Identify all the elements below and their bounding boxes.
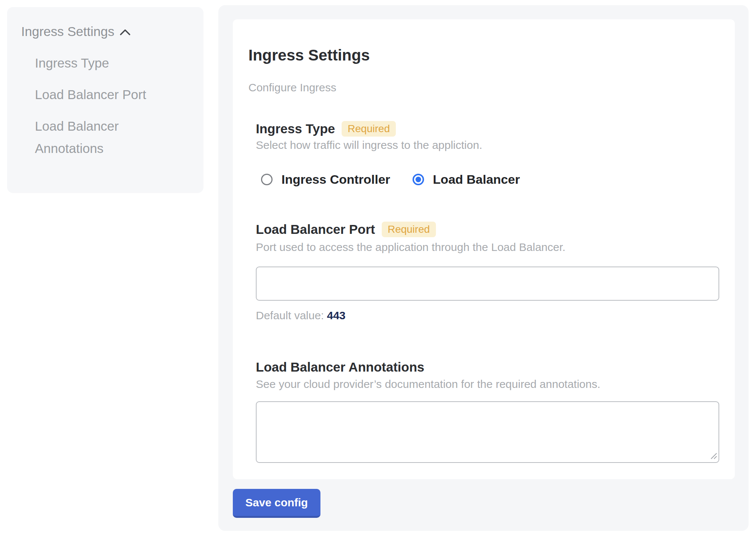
load-balancer-annotations-textarea[interactable] xyxy=(256,401,719,463)
load-balancer-annotations-heading: Load Balancer Annotations xyxy=(256,359,424,375)
section-load-balancer-port: Load Balancer Port Required Port used to… xyxy=(256,221,719,322)
section-load-balancer-annotations: Load Balancer Annotations See your cloud… xyxy=(256,359,719,463)
sidebar-list: Ingress Type Load Balancer Port Load Bal… xyxy=(35,52,169,160)
page: Ingress Settings Ingress Type Load Balan… xyxy=(0,0,756,539)
main-panel: Ingress Settings Configure Ingress Ingre… xyxy=(218,5,749,531)
default-value-row: Default value:443 xyxy=(256,309,719,322)
radio-label-ingress-controller: Ingress Controller xyxy=(281,172,390,187)
load-balancer-port-heading-row: Load Balancer Port Required xyxy=(256,221,719,238)
radio-option-ingress-controller[interactable]: Ingress Controller xyxy=(261,172,390,187)
section-ingress-type: Ingress Type Required Select how traffic… xyxy=(256,121,719,187)
page-subtitle: Configure Ingress xyxy=(248,81,719,94)
required-badge: Required xyxy=(382,222,436,237)
default-value-label: Default value: xyxy=(256,309,324,321)
load-balancer-port-heading: Load Balancer Port xyxy=(256,221,375,238)
load-balancer-port-input[interactable] xyxy=(256,267,719,301)
annotations-textarea-wrap xyxy=(256,401,719,463)
sidebar-section-header-ingress-settings[interactable]: Ingress Settings xyxy=(21,23,203,40)
load-balancer-annotations-description: See your cloud provider’s documentation … xyxy=(256,378,719,391)
required-badge: Required xyxy=(342,121,396,137)
sidebar: Ingress Settings Ingress Type Load Balan… xyxy=(7,7,203,193)
chevron-up-icon xyxy=(120,27,131,36)
radio-unchecked-icon[interactable] xyxy=(261,174,273,185)
radio-label-load-balancer: Load Balancer xyxy=(433,172,520,187)
load-balancer-port-description: Port used to access the application thro… xyxy=(256,241,719,254)
radio-option-load-balancer[interactable]: Load Balancer xyxy=(413,172,520,187)
ingress-type-radio-group: Ingress Controller Load Balancer xyxy=(261,172,719,187)
sidebar-header-label: Ingress Settings xyxy=(21,23,114,40)
ingress-settings-card: Ingress Settings Configure Ingress Ingre… xyxy=(233,19,735,479)
radio-checked-icon[interactable] xyxy=(413,174,424,185)
default-value: 443 xyxy=(327,309,345,321)
ingress-type-heading-row: Ingress Type Required xyxy=(256,121,719,137)
ingress-type-heading: Ingress Type xyxy=(256,121,335,137)
ingress-type-description: Select how traffic will ingress to the a… xyxy=(256,138,719,152)
load-balancer-annotations-heading-row: Load Balancer Annotations xyxy=(256,359,719,375)
page-title: Ingress Settings xyxy=(248,46,719,65)
sidebar-item-load-balancer-annotations[interactable]: Load Balancer Annotations xyxy=(35,115,169,160)
sidebar-item-load-balancer-port[interactable]: Load Balancer Port xyxy=(35,84,169,106)
sidebar-item-ingress-type[interactable]: Ingress Type xyxy=(35,52,169,74)
save-config-button[interactable]: Save config xyxy=(233,489,320,518)
